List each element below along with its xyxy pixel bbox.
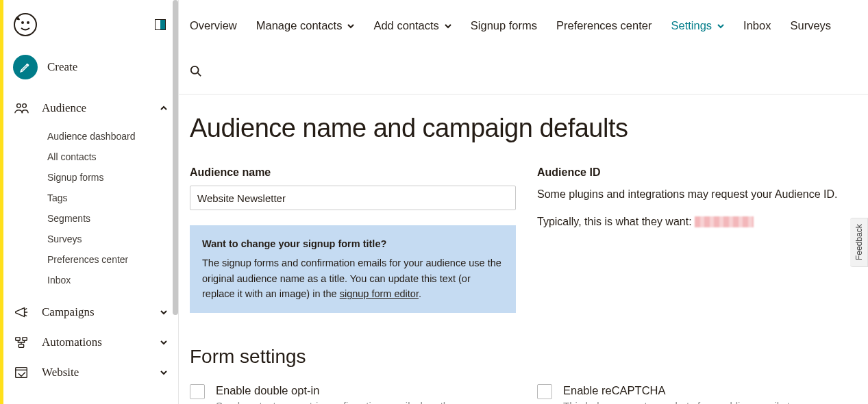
chevron-down-icon (445, 23, 451, 29)
recaptcha-checkbox[interactable] (537, 384, 552, 399)
nav-website[interactable]: Website (3, 357, 178, 388)
nav-campaigns-label: Campaigns (42, 305, 147, 319)
nav-automations[interactable]: Automations (3, 327, 178, 357)
chevron-down-icon (159, 307, 169, 317)
nav-create-label: Create (47, 60, 77, 74)
mailchimp-logo-icon[interactable] (13, 12, 38, 37)
svg-point-1 (21, 21, 24, 24)
svg-point-2 (27, 21, 29, 24)
main-content: Overview Manage contacts Add contacts Si… (179, 0, 868, 404)
signup-form-editor-link[interactable]: signup form editor (340, 288, 419, 299)
svg-rect-6 (23, 338, 27, 341)
chevron-down-icon (347, 23, 354, 29)
audience-id-redacted (695, 216, 754, 227)
info-callout-text-end: . (419, 288, 421, 299)
page-title: Audience name and campaign defaults (190, 114, 852, 143)
subnav-all-contacts[interactable]: All contacts (3, 147, 178, 167)
info-callout: Want to change your signup form title? T… (190, 225, 516, 313)
double-opt-in-label: Enable double opt-in (216, 384, 460, 397)
recaptcha-desc: This helps prevent spambots from adding … (563, 400, 819, 404)
search-button[interactable] (190, 65, 202, 94)
pencil-icon (13, 55, 38, 79)
subnav-signup-forms[interactable]: Signup forms (3, 167, 178, 188)
audience-icon (13, 100, 29, 116)
audience-id-label: Audience ID (537, 166, 852, 179)
automations-icon (13, 334, 29, 351)
subnav-tags[interactable]: Tags (3, 188, 178, 208)
tab-label: Manage contacts (256, 19, 343, 32)
tab-label: Inbox (743, 19, 771, 32)
tab-label: Surveys (790, 19, 831, 32)
tab-preferences-center[interactable]: Preferences center (556, 19, 652, 46)
feedback-label: Feedback (854, 225, 864, 261)
nav-audience-submenu: Audience dashboard All contacts Signup f… (3, 123, 178, 297)
website-icon (13, 364, 29, 381)
svg-rect-5 (16, 338, 20, 341)
nav-audience[interactable]: Audience (3, 93, 178, 123)
chevron-down-icon (717, 23, 724, 29)
nav-audience-label: Audience (42, 101, 147, 115)
subnav-audience-dashboard[interactable]: Audience dashboard (3, 126, 178, 147)
tab-add-contacts[interactable]: Add contacts (373, 19, 451, 46)
recaptcha-label: Enable reCAPTCHA (563, 384, 819, 397)
sidebar-scrollbar-thumb[interactable] (173, 0, 178, 315)
tab-label: Settings (671, 19, 712, 32)
chevron-down-icon (159, 368, 169, 377)
sidebar: Create Audience Audience dashboard All c… (0, 0, 179, 404)
chevron-down-icon (159, 338, 169, 347)
info-callout-title: Want to change your signup form title? (202, 236, 504, 251)
tab-label: Preferences center (556, 19, 652, 32)
tab-settings[interactable]: Settings (671, 19, 724, 46)
audience-name-label: Audience name (190, 166, 504, 179)
collapse-sidebar-icon[interactable] (155, 19, 166, 30)
double-opt-in-checkbox[interactable] (190, 384, 205, 399)
tab-label: Overview (190, 19, 237, 32)
megaphone-icon (13, 304, 29, 320)
nav-create[interactable]: Create (3, 49, 178, 89)
svg-rect-7 (18, 344, 23, 348)
audience-name-input[interactable] (190, 186, 516, 210)
subnav-segments[interactable]: Segments (3, 208, 178, 229)
svg-point-3 (17, 104, 21, 108)
nav-campaigns[interactable]: Campaigns (3, 297, 178, 327)
svg-point-4 (23, 104, 27, 108)
tab-manage-contacts[interactable]: Manage contacts (256, 19, 355, 46)
top-nav: Overview Manage contacts Add contacts Si… (179, 0, 868, 94)
nav-automations-label: Automations (42, 336, 147, 349)
nav-website-label: Website (42, 366, 147, 379)
audience-id-text-2: Typically, this is what they want: (537, 216, 695, 227)
chevron-up-icon (159, 103, 169, 113)
search-icon (190, 65, 202, 80)
tab-label: Signup forms (471, 19, 537, 32)
tab-inbox[interactable]: Inbox (743, 19, 771, 46)
tab-surveys[interactable]: Surveys (790, 19, 831, 46)
form-settings-heading: Form settings (190, 346, 852, 368)
double-opt-in-desc: Send contacts an opt-in confirmation ema… (216, 400, 460, 404)
subnav-inbox[interactable]: Inbox (3, 270, 178, 290)
tab-signup-forms[interactable]: Signup forms (471, 19, 537, 46)
subnav-surveys[interactable]: Surveys (3, 229, 178, 249)
tab-overview[interactable]: Overview (190, 19, 237, 46)
tab-label: Add contacts (373, 19, 438, 32)
subnav-preferences-center[interactable]: Preferences center (3, 249, 178, 270)
accent-stripe (0, 0, 3, 404)
audience-id-text-1: Some plugins and integrations may reques… (537, 186, 852, 203)
svg-point-9 (191, 66, 199, 74)
feedback-tab[interactable]: Feedback (850, 218, 868, 267)
